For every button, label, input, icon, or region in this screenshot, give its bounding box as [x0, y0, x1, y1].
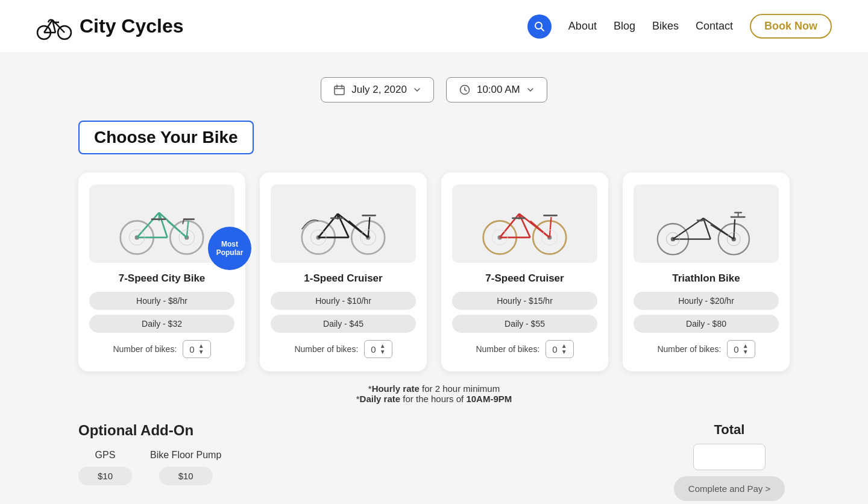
- bike-count-row-cruiser7: Number of bikes: 0 ▲ ▼: [452, 340, 597, 358]
- chevron-down-icon: [413, 86, 421, 94]
- triathlon-bike-illustration: [641, 191, 772, 257]
- bikes-count-label-triathlon: Number of bikes:: [657, 344, 721, 354]
- spinner-arrows-cruiser7[interactable]: ▲ ▼: [561, 343, 567, 355]
- count-value-cruiser1: 0: [371, 344, 376, 354]
- total-value-box: [693, 444, 766, 470]
- addons-row: GPS $10 Bike Floor Pump $10: [78, 450, 633, 485]
- addon-pump: Bike Floor Pump $10: [150, 450, 221, 485]
- addon-pump-name: Bike Floor Pump: [150, 450, 221, 461]
- date-value: July 2, 2020: [351, 84, 407, 96]
- nav-blog[interactable]: Blog: [614, 20, 635, 33]
- bike-card-cruiser7: 7-Speed Cruiser Hourly - $15/hr Daily - …: [441, 172, 608, 371]
- bike-logo-icon: [36, 11, 72, 42]
- cruiser7-bike-illustration: [459, 191, 590, 257]
- svg-line-11: [541, 28, 544, 31]
- down-arrow-2[interactable]: ▼: [380, 349, 386, 355]
- selectors-row: July 2, 2020 10:00 AM: [78, 77, 790, 102]
- svg-line-18: [465, 90, 467, 91]
- note-line-2: *Daily rate for the hours of 10AM-9PM: [78, 394, 790, 404]
- bikes-count-label-cruiser7: Number of bikes:: [476, 344, 539, 354]
- svg-line-32: [183, 219, 184, 224]
- bike-card-triathlon: Triathlon Bike Hourly - $20/hr Daily - $…: [623, 172, 790, 371]
- bikes-count-label-city: Number of bikes:: [113, 344, 177, 354]
- svg-line-23: [137, 213, 159, 238]
- note-line-1: *Hourly rate for 2 hour minimum: [78, 383, 790, 394]
- addon-gps-name: GPS: [95, 450, 116, 461]
- bike-daily-city: Daily - $32: [89, 315, 234, 333]
- pricing-notes: *Hourly rate for 2 hour minimum *Daily r…: [78, 383, 790, 404]
- time-value: 10:00 AM: [477, 84, 520, 96]
- count-value-city: 0: [189, 344, 194, 354]
- time-selector[interactable]: 10:00 AM: [446, 77, 547, 102]
- down-arrow[interactable]: ▼: [198, 349, 204, 355]
- nav-contact[interactable]: Contact: [696, 20, 733, 33]
- bike-card-city: Most Popular 7-Speed City Bike Hourly - …: [78, 172, 245, 371]
- count-spinner-cruiser7[interactable]: 0 ▲ ▼: [546, 340, 573, 358]
- brand-name: City Cycles: [80, 15, 184, 37]
- bike-count-row-triathlon: Number of bikes: 0 ▲ ▼: [634, 340, 779, 358]
- date-selector[interactable]: July 2, 2020: [321, 77, 434, 102]
- bike-card-cruiser1: 1-Speed Cruiser Hourly - $10/hr Daily - …: [260, 172, 427, 371]
- count-value-cruiser7: 0: [552, 344, 557, 354]
- bike-name-cruiser1: 1-Speed Cruiser: [271, 272, 416, 285]
- bike-count-row-city: Number of bikes: 0 ▲ ▼: [89, 340, 234, 358]
- bike-hourly-cruiser1: Hourly - $10/hr: [271, 292, 416, 310]
- logo-area: City Cycles: [36, 11, 184, 42]
- calendar-icon: [333, 84, 345, 96]
- total-section: Total Complete and Pay >: [669, 422, 790, 501]
- complete-pay-button[interactable]: Complete and Pay >: [674, 476, 785, 501]
- most-popular-badge: Most Popular: [208, 227, 251, 270]
- bike-daily-cruiser1: Daily - $45: [271, 315, 416, 333]
- svg-line-76: [734, 219, 735, 239]
- bike-hourly-cruiser7: Hourly - $15/hr: [452, 292, 597, 310]
- nav-bikes[interactable]: Bikes: [652, 20, 679, 33]
- bike-name-triathlon: Triathlon Bike: [634, 272, 779, 285]
- bikes-count-label-cruiser1: Number of bikes:: [294, 344, 358, 354]
- hours-highlight: 10AM-9PM: [466, 394, 512, 404]
- main-content: July 2, 2020 10:00 AM Choose Your Bike: [42, 53, 826, 504]
- bike-image-cruiser7: [452, 184, 597, 263]
- spinner-arrows-city[interactable]: ▲ ▼: [198, 343, 204, 355]
- bike-image-cruiser1: [271, 184, 416, 263]
- section-title: Choose Your Bike: [78, 121, 254, 154]
- bike-hourly-triathlon: Hourly - $20/hr: [634, 292, 779, 310]
- count-spinner-cruiser1[interactable]: 0 ▲ ▼: [364, 340, 392, 358]
- svg-line-30: [187, 221, 189, 238]
- addon-gps-price: $10: [78, 467, 132, 485]
- svg-line-7: [48, 20, 49, 22]
- bottom-section: Optional Add-On GPS $10 Bike Floor Pump …: [78, 422, 790, 501]
- chevron-down-icon-2: [526, 86, 535, 94]
- bike-count-row-cruiser1: Number of bikes: 0 ▲ ▼: [271, 340, 416, 358]
- bike-daily-cruiser7: Daily - $55: [452, 315, 597, 333]
- addons-title: Optional Add-On: [78, 422, 633, 439]
- down-arrow-4[interactable]: ▼: [743, 349, 749, 355]
- navbar: City Cycles About Blog Bikes Contact Boo…: [0, 0, 868, 53]
- svg-line-73: [711, 225, 734, 239]
- addon-gps: GPS $10: [78, 450, 132, 485]
- count-spinner-city[interactable]: 0 ▲ ▼: [183, 340, 210, 358]
- spinner-arrows-cruiser1[interactable]: ▲ ▼: [380, 343, 386, 355]
- count-spinner-triathlon[interactable]: 0 ▲ ▼: [727, 340, 755, 358]
- total-title: Total: [714, 422, 745, 438]
- search-icon: [534, 21, 545, 32]
- addons-section: Optional Add-On GPS $10 Bike Floor Pump …: [78, 422, 633, 485]
- nav-about[interactable]: About: [568, 20, 597, 33]
- cruiser1-bike-illustration: [278, 191, 409, 257]
- bike-daily-triathlon: Daily - $80: [634, 315, 779, 333]
- bike-name-cruiser7: 7-Speed Cruiser: [452, 272, 597, 285]
- count-value-triathlon: 0: [734, 344, 738, 354]
- bike-image-triathlon: [634, 184, 779, 263]
- spinner-arrows-triathlon[interactable]: ▲ ▼: [743, 343, 749, 355]
- bike-name-city: 7-Speed City Bike: [89, 272, 234, 285]
- book-now-button[interactable]: Book Now: [750, 14, 832, 39]
- svg-rect-12: [335, 86, 344, 95]
- bikes-row: Most Popular 7-Speed City Bike Hourly - …: [78, 172, 790, 371]
- bike-hourly-city: Hourly - $8/hr: [89, 292, 234, 310]
- hourly-rate-bold: Hourly rate: [372, 383, 420, 394]
- clock-icon: [459, 84, 471, 96]
- addon-pump-price: $10: [159, 467, 213, 485]
- daily-rate-bold: Daily rate: [360, 394, 401, 404]
- down-arrow-3[interactable]: ▼: [561, 349, 567, 355]
- search-button[interactable]: [527, 14, 552, 39]
- nav-right: About Blog Bikes Contact Book Now: [527, 14, 832, 39]
